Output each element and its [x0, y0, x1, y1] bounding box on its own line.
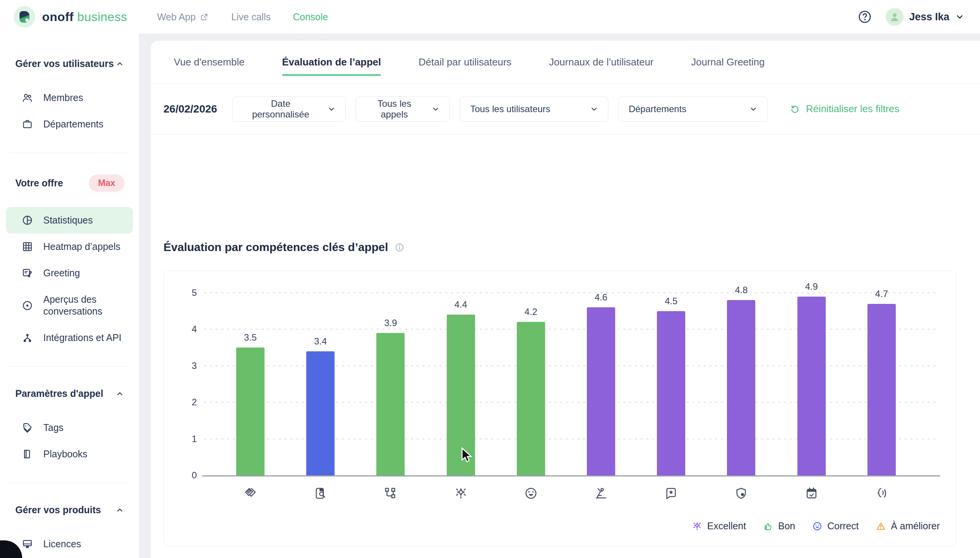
y-axis-tick: 0	[174, 470, 197, 481]
y-axis-tick: 4	[174, 324, 197, 335]
bar-value-label: 4.8	[718, 285, 764, 295]
axis-screen-search-icon	[313, 486, 328, 501]
sidebar-section-title: Paramètres d'appel	[15, 388, 103, 399]
help-icon	[857, 9, 872, 25]
nav-web-app[interactable]: Web App	[157, 11, 209, 23]
brand-name: onoff business	[42, 10, 127, 24]
thumb-up-icon	[763, 521, 774, 532]
screen-search-icon	[313, 486, 328, 501]
info-icon[interactable]	[394, 242, 405, 253]
legend-correct: Correct	[812, 520, 859, 532]
y-axis-tick: 1	[174, 433, 197, 444]
greeting-flow-icon	[21, 267, 33, 279]
axis-handshake-icon	[243, 486, 258, 501]
sidebar: Gérer vos utilisateursMembresDépartement…	[0, 34, 140, 558]
bar-calendar-check[interactable]	[798, 297, 826, 475]
legend-label: À améliorer	[891, 520, 940, 532]
tab-vue-d-ensemble[interactable]: Vue d'ensemble	[174, 56, 245, 68]
sidebar-section-parametres-d-appel[interactable]: Paramètres d'appel	[0, 388, 139, 399]
legend-label: Bon	[778, 520, 795, 532]
bar-handshake[interactable]	[236, 348, 264, 475]
plan-badge: Max	[89, 174, 125, 192]
onoff-logo[interactable]: onoff business	[14, 6, 127, 28]
axis-bookmark-message-icon	[664, 486, 678, 501]
nav-console[interactable]: Console	[293, 11, 328, 23]
chart-legend: ExcellentBonCorrectÀ améliorer	[692, 520, 940, 532]
smiley-icon	[524, 486, 538, 501]
filters-bar: 26/02/2026 Date personnaliséeTous les ap…	[151, 84, 980, 134]
help-icon[interactable]	[857, 9, 872, 25]
bar-agent-raising-hand[interactable]	[587, 307, 615, 475]
sidebar-item-tags[interactable]: Tags	[0, 415, 139, 441]
bar-voice-wave[interactable]	[867, 304, 896, 475]
sidebar-divider	[9, 366, 130, 367]
sidebar-item-statistiques[interactable]: Statistiques	[6, 207, 133, 233]
legend-label: Excellent	[707, 520, 746, 532]
bar-org-chart[interactable]	[376, 333, 405, 475]
axis-star-burst-icon	[454, 486, 468, 501]
sidebar-item-integrations-et-api[interactable]: Intégrations et API	[0, 325, 139, 351]
sidebar-item-label: Licences	[43, 538, 81, 550]
chevron-down-icon	[431, 105, 440, 114]
chart-title-text: Évaluation par compétences clés d’appel	[163, 241, 388, 254]
bar-bookmark-message[interactable]	[657, 311, 685, 475]
pie-chart-icon	[21, 214, 33, 226]
tab-detail-par-utilisateurs[interactable]: Détail par utilisateurs	[419, 56, 511, 68]
sidebar-item-label: Statistiques	[43, 214, 93, 226]
rotate-ccw-icon	[790, 104, 801, 115]
onoff-console-app: onoff business Web AppLive callsConsole …	[0, 0, 980, 558]
star-burst-icon	[454, 486, 468, 501]
sidebar-item-heatmap-d-appels[interactable]: Heatmap d’appels	[0, 233, 139, 260]
call-type-dropdown[interactable]: Tous les appels	[356, 97, 450, 122]
y-axis-tick: 2	[174, 397, 197, 408]
sidebar-section-gerer-vos-produits[interactable]: Gérer vos produits	[0, 504, 139, 515]
sidebar-section-gerer-vos-utilisateurs[interactable]: Gérer vos utilisateurs	[0, 58, 139, 69]
sidebar-item-departements[interactable]: Départements	[0, 111, 139, 138]
chevron-up-icon	[115, 505, 125, 515]
nav-label: Web App	[157, 11, 195, 23]
sidebar-divider	[9, 153, 130, 153]
axis-shield-user-icon	[734, 486, 749, 501]
sidebar-item-label: Greeting	[43, 267, 80, 279]
sidebar-item-membres[interactable]: Membres	[0, 85, 139, 111]
dropdown-value: Départements	[629, 104, 686, 115]
bar-value-label: 4.4	[438, 299, 484, 310]
sidebar-item-apercus-des-conversations[interactable]: Aperçus des conversations	[0, 286, 139, 325]
bar-screen-search[interactable]	[306, 351, 335, 475]
bar-value-label: 3.5	[227, 332, 273, 343]
bar-smiley[interactable]	[517, 322, 545, 475]
tag-icon	[21, 422, 33, 433]
sidebar-items: MembresDépartements	[0, 85, 139, 138]
target-icon	[21, 300, 33, 312]
bookmark-message-icon	[664, 486, 678, 501]
star-burst-icon	[692, 521, 703, 532]
users-dropdown[interactable]: Tous les utilisateurs	[460, 97, 608, 122]
monitor-badge-icon	[21, 538, 33, 550]
shield-user-icon	[734, 486, 749, 501]
chevron-down-icon	[327, 105, 336, 114]
sidebar-item-label: Tags	[43, 422, 64, 433]
sidebar-item-greeting[interactable]: Greeting	[0, 260, 139, 286]
tab-journaux-de-l-utilisateur[interactable]: Journaux de l’utilisateur	[549, 56, 653, 68]
sidebar-item-label: Playbooks	[43, 448, 87, 460]
sidebar-item-label: Membres	[43, 92, 83, 104]
sidebar-divider	[9, 483, 130, 483]
tab-journal-greeting[interactable]: Journal Greeting	[691, 56, 765, 68]
tab-evaluation-de-l-appel[interactable]: Évaluation de l’appel	[282, 56, 381, 68]
reset-filters-button[interactable]: Réinitialiser les filtres	[790, 103, 899, 115]
org-chart-icon	[383, 486, 398, 501]
nav-live-calls[interactable]: Live calls	[231, 11, 271, 23]
dropdown-value: Tous les appels	[366, 98, 423, 120]
chevron-down-icon	[955, 12, 965, 22]
bar-value-label: 4.5	[648, 296, 694, 307]
sidebar-item-label: Départements	[43, 118, 103, 130]
sidebar-item-playbooks[interactable]: Playbooks	[0, 441, 139, 467]
bar-shield-user[interactable]	[727, 300, 755, 475]
rotate-ccw-icon	[790, 104, 801, 115]
departments-dropdown[interactable]: Départements	[618, 97, 768, 122]
bar-value-label: 3.4	[297, 336, 343, 347]
date-range-dropdown[interactable]: Date personnalisée	[232, 97, 346, 122]
y-axis-tick: 3	[174, 361, 197, 371]
user-menu[interactable]: Jess Ika	[885, 8, 965, 26]
axis-voice-wave-icon	[874, 486, 889, 501]
